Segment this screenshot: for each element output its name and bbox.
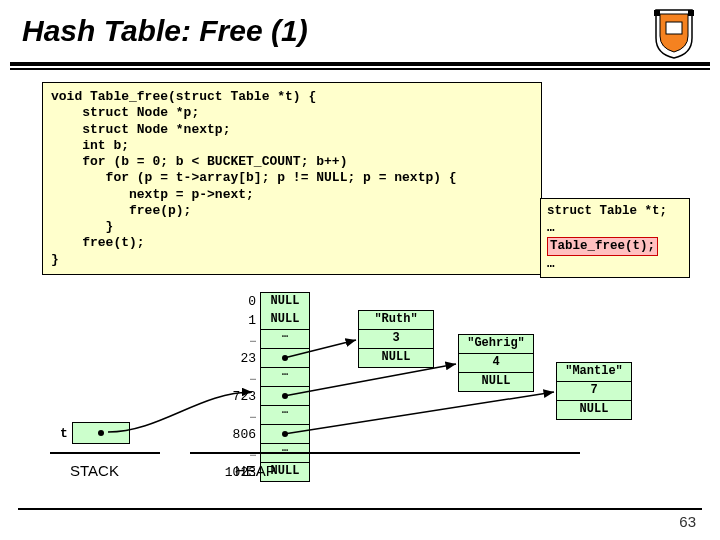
pointer-box xyxy=(72,422,130,444)
array-cell xyxy=(260,349,310,368)
node-val: 3 xyxy=(359,330,433,349)
divider xyxy=(10,62,710,66)
svg-rect-2 xyxy=(688,10,694,16)
ellipsis: … xyxy=(222,335,260,345)
svg-line-5 xyxy=(284,392,554,434)
divider-thin xyxy=(10,68,710,70)
array-cell: NULL xyxy=(260,292,310,312)
memory-diagram: t 0 NULL 1 NULL … … 23 … … xyxy=(60,292,690,492)
node-key: "Ruth" xyxy=(359,311,433,330)
heap-underline xyxy=(190,452,580,454)
node-next: NULL xyxy=(359,349,433,367)
ellipsis: … xyxy=(222,373,260,383)
caller-code: struct Table *t; … Table_free(t); … xyxy=(540,198,690,278)
array-cell xyxy=(260,387,310,406)
array-index: 723 xyxy=(222,389,260,404)
array-cell: NULL xyxy=(260,311,310,330)
svg-rect-0 xyxy=(666,22,682,34)
slide: Hash Table: Free (1) void Table_free(str… xyxy=(0,0,720,540)
node-next: NULL xyxy=(557,401,631,419)
ellipsis: … xyxy=(222,411,260,421)
array-index: 0 xyxy=(222,294,260,309)
node-val: 4 xyxy=(459,354,533,373)
array-cell: … xyxy=(260,368,310,387)
node-key: "Mantle" xyxy=(557,363,631,382)
svg-rect-1 xyxy=(654,10,660,16)
highlighted-line: Table_free(t); xyxy=(547,237,658,256)
crest-logo xyxy=(652,8,696,60)
caller-line: … xyxy=(547,256,683,273)
stack-underline xyxy=(50,452,160,454)
array-index: 806 xyxy=(222,427,260,442)
array-cell xyxy=(260,425,310,444)
array-index: 1 xyxy=(222,313,260,328)
heap-label: HEAP xyxy=(235,462,276,479)
code-listing: void Table_free(struct Table *t) { struc… xyxy=(42,82,542,275)
node-mantle: "Mantle" 7 NULL xyxy=(556,362,632,420)
page-title: Hash Table: Free (1) xyxy=(0,0,720,54)
caller-line: … xyxy=(547,220,683,237)
array-cell: … xyxy=(260,406,310,425)
stack-var-t: t xyxy=(60,422,130,444)
caller-line: struct Table *t; xyxy=(547,203,683,220)
node-next: NULL xyxy=(459,373,533,391)
array-cell: … xyxy=(260,330,310,349)
node-ruth: "Ruth" 3 NULL xyxy=(358,310,434,368)
array-index: 23 xyxy=(222,351,260,366)
footer-divider xyxy=(18,508,702,510)
stack-label: STACK xyxy=(70,462,119,479)
node-val: 7 xyxy=(557,382,631,401)
var-label: t xyxy=(60,426,68,441)
node-gehrig: "Gehrig" 4 NULL xyxy=(458,334,534,392)
page-number: 63 xyxy=(679,513,696,530)
node-key: "Gehrig" xyxy=(459,335,533,354)
